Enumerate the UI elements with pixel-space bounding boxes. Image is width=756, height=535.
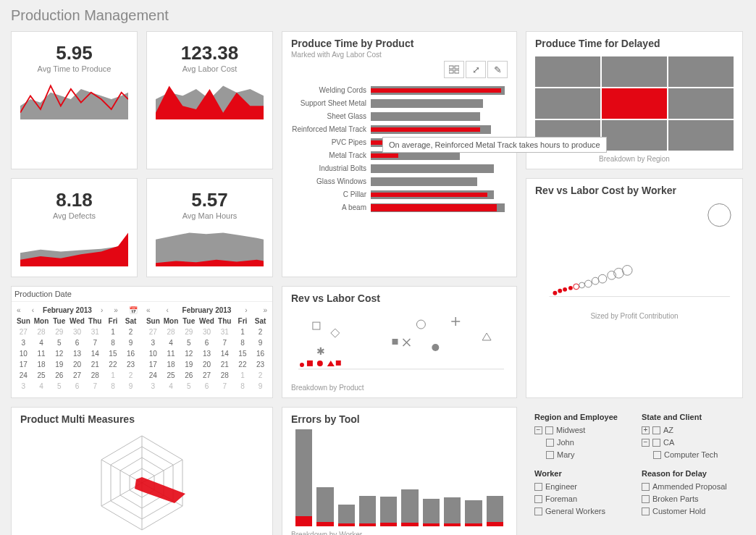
next-month-icon[interactable]: › xyxy=(243,306,249,314)
next-month-icon[interactable]: › xyxy=(98,306,105,314)
kpi-value: 5.95 xyxy=(20,42,128,64)
checkbox-icon xyxy=(546,451,554,459)
svg-marker-8 xyxy=(20,232,128,266)
checkbox-icon xyxy=(534,495,542,503)
prev-month-icon[interactable]: ‹ xyxy=(30,306,36,314)
svg-rect-31 xyxy=(307,361,313,366)
card-title: Produce Time by Product xyxy=(291,38,508,49)
svg-point-32 xyxy=(317,361,323,366)
filter-heading: State and Client xyxy=(642,413,734,421)
checkbox-icon xyxy=(642,507,650,515)
kpi-man-hours[interactable]: 5.57 Avg Man Hours xyxy=(146,178,273,277)
collapse-icon: − xyxy=(534,426,542,434)
scatter-chart[interactable] xyxy=(535,196,734,305)
tree-item[interactable]: John xyxy=(546,438,627,447)
card-title: Rev vs Labor Cost by Worker xyxy=(535,185,734,196)
kpi-label: Avg Labor Cost xyxy=(156,64,264,73)
tree-item[interactable]: Mary xyxy=(546,450,627,459)
checkbox-icon xyxy=(653,451,661,459)
card-subtitle: Marked with Avg Labor Cost xyxy=(291,51,508,59)
kpi-defects[interactable]: 8.18 Avg Defects xyxy=(11,178,138,277)
tree-item[interactable]: Computer Tech xyxy=(653,450,734,459)
svg-point-15 xyxy=(574,284,579,290)
labels-button[interactable] xyxy=(444,61,464,78)
svg-point-22 xyxy=(622,266,632,276)
svg-rect-26 xyxy=(313,322,320,329)
prev-month-icon[interactable]: ‹ xyxy=(164,306,170,314)
sparkline xyxy=(20,224,128,268)
tree-item[interactable]: +AZ xyxy=(642,426,734,434)
produce-time-card: Produce Time by Product Marked with Avg … xyxy=(282,31,517,277)
errors-bars[interactable] xyxy=(291,425,508,526)
svg-rect-33 xyxy=(336,361,341,366)
checkbox-item[interactable]: General Workers xyxy=(534,507,627,515)
next-year-icon[interactable]: » xyxy=(112,306,120,314)
kpi-value: 8.18 xyxy=(20,189,128,211)
collapse-icon: − xyxy=(642,439,650,447)
svg-line-44 xyxy=(101,460,142,483)
next-year-icon[interactable]: » xyxy=(261,306,269,314)
expand-button[interactable]: ⤢ xyxy=(466,61,486,78)
radar-chart[interactable] xyxy=(20,425,264,535)
kpi-label: Avg Man Hours xyxy=(156,211,264,220)
kpi-labor-cost[interactable]: 123.38 Avg Labor Cost xyxy=(146,31,273,169)
svg-point-11 xyxy=(553,291,557,295)
kpi-time-produce[interactable]: 5.95 Avg Time to Produce xyxy=(11,31,138,169)
tree-item[interactable]: −Midwest xyxy=(534,426,627,434)
svg-point-29 xyxy=(432,344,439,351)
svg-rect-3 xyxy=(449,66,453,69)
calendar-left[interactable]: « ‹ February 2013 › » 📅 SunMonTueWedThuF… xyxy=(14,305,140,392)
tooltip: On average, Reinforced Metal Track takes… xyxy=(382,137,607,153)
card-title: Produce Time for Delayed xyxy=(535,38,734,49)
expand-icon: + xyxy=(642,426,650,434)
page-title: Production Management xyxy=(11,7,745,24)
tree-item[interactable]: −CA xyxy=(642,438,734,447)
checkbox-icon xyxy=(652,426,660,434)
sparkline xyxy=(156,224,264,268)
svg-point-28 xyxy=(416,320,425,329)
checkbox-item[interactable]: Ammended Proposal xyxy=(642,482,734,491)
checkbox-item[interactable]: Broken Parts xyxy=(642,494,734,503)
scatter-chart[interactable]: ✱ xyxy=(291,304,508,376)
svg-point-14 xyxy=(568,286,573,290)
sparkline xyxy=(20,77,128,121)
svg-point-13 xyxy=(563,287,567,292)
svg-text:✱: ✱ xyxy=(316,345,325,357)
prev-year-icon[interactable]: « xyxy=(14,306,23,314)
rev-labor-worker-card: Rev vs Labor Cost by Worker Sized by Pro… xyxy=(526,178,743,398)
svg-point-23 xyxy=(708,203,731,226)
breakdown-label: Breakdown by Worker xyxy=(291,531,508,535)
svg-rect-27 xyxy=(392,339,398,345)
checkbox-item[interactable]: Foreman xyxy=(534,494,627,503)
calendar-icon[interactable]: 📅 xyxy=(127,306,140,314)
svg-rect-6 xyxy=(455,70,459,73)
sparkline xyxy=(156,77,264,121)
breakdown-label: Sized by Profit Contribution xyxy=(535,312,734,320)
kpi-value: 123.38 xyxy=(156,42,264,64)
svg-line-40 xyxy=(142,460,182,483)
card-title: Errors by Tool xyxy=(291,413,508,425)
svg-point-18 xyxy=(592,277,599,285)
calendar-right[interactable]: « ‹ February 2013 › » SunMonTueWedThuFri… xyxy=(144,305,269,392)
rev-labor-card: Rev vs Labor Cost ✱ Breakdown by Product xyxy=(282,286,517,398)
kpi-value: 5.57 xyxy=(156,189,264,211)
checkbox-icon xyxy=(545,426,553,434)
date-filter-card: Production Date « ‹ February 2013 › » 📅 … xyxy=(11,286,273,398)
checkbox-item[interactable]: Customer Hold xyxy=(642,507,734,515)
multi-measures-card: Product Multi Measures View Tooltip for … xyxy=(11,407,273,535)
svg-point-12 xyxy=(558,289,562,293)
breakdown-label: Breakdown by Product xyxy=(291,384,508,392)
filter-heading: Worker xyxy=(534,469,627,478)
pencil-button[interactable]: ✎ xyxy=(487,61,508,78)
breakdown-label: Breakdown by Region xyxy=(535,155,734,163)
prev-year-icon[interactable]: « xyxy=(144,306,153,314)
filters-card: Region and Employee −Midwest John Mary W… xyxy=(526,407,743,535)
checkbox-icon xyxy=(546,439,554,447)
svg-point-19 xyxy=(598,274,607,283)
checkbox-item[interactable]: Engineer xyxy=(534,482,627,491)
filter-heading: Reason for Delay xyxy=(642,469,734,478)
card-title: Rev vs Labor Cost xyxy=(291,292,508,304)
date-filter-title: Production Date xyxy=(12,287,272,302)
svg-point-16 xyxy=(579,282,585,288)
kpi-label: Avg Defects xyxy=(20,211,128,220)
